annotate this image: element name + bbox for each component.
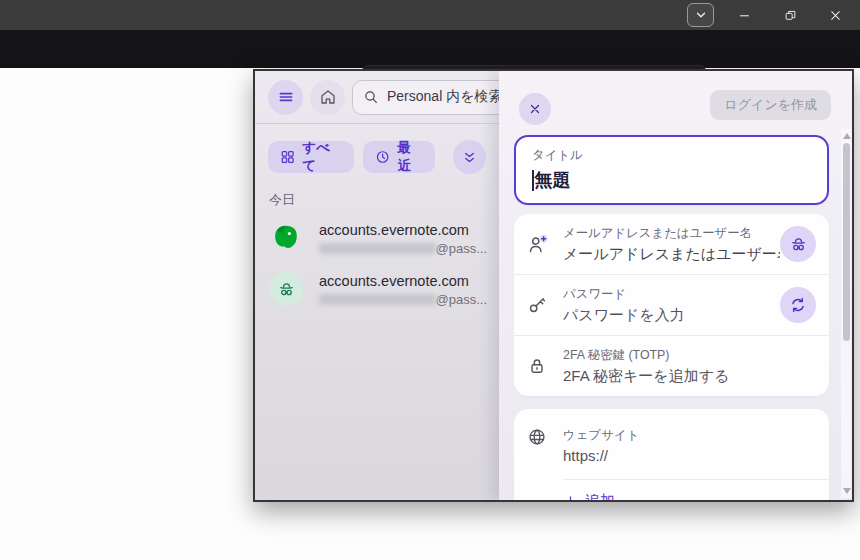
item-title: accounts.evernote.com: [319, 222, 487, 238]
menu-button[interactable]: [268, 80, 303, 115]
item-title: accounts.evernote.com: [319, 273, 487, 289]
sort-button[interactable]: [453, 140, 486, 174]
item-masked-suffix: @pass...: [436, 292, 488, 307]
form-header: ログインを作成: [499, 71, 852, 126]
username-label: メールアドレスまたはユーザー名: [563, 225, 780, 242]
list-header: Personal 内を検索: [255, 71, 499, 123]
alias-icon: [277, 280, 296, 299]
password-label: パスワード: [563, 286, 780, 303]
filter-all-button[interactable]: すべて: [268, 141, 354, 173]
password-placeholder: パスワードを入力: [563, 306, 780, 325]
browser-toolbar: evernote: [0, 30, 860, 68]
screen: evernote: [0, 0, 860, 560]
totp-field[interactable]: 2FA 秘密鍵 (TOTP) 2FA 秘密キーを追加する: [514, 336, 829, 396]
add-website-button[interactable]: 追加: [514, 480, 829, 502]
title-value: 無題: [535, 168, 571, 192]
restore-icon: [784, 9, 797, 22]
key-icon: [527, 295, 547, 315]
refresh-icon: [789, 296, 807, 314]
vault-item-alias[interactable]: accounts.evernote.com @pass...: [255, 264, 499, 315]
website-field[interactable]: ウェブサイト https://: [514, 413, 829, 479]
restore-button[interactable]: [773, 0, 807, 30]
totp-placeholder: 2FA 秘密キーを追加する: [563, 367, 816, 386]
alias-icon: [789, 235, 808, 254]
form-content: タイトル 無題 メールアドレスまたはユーザー名 メールアドレスまたはユーザー名: [514, 135, 829, 502]
redacted-username: [319, 243, 436, 254]
double-chevron-down-icon: [462, 150, 477, 165]
close-form-button[interactable]: [519, 93, 551, 125]
create-alias-button[interactable]: [780, 226, 816, 262]
chevron-down-icon: [694, 8, 708, 22]
filter-recent-label: 最近: [397, 139, 423, 175]
username-placeholder: メールアドレスまたはユーザー名: [563, 245, 780, 264]
redacted-username: [319, 294, 436, 305]
search-placeholder: Personal 内を検索: [387, 88, 499, 106]
lock-icon: [527, 356, 547, 376]
vault-list-panel: Personal 内を検索 すべて 最近 今日: [255, 71, 499, 500]
filter-recent-button[interactable]: 最近: [363, 141, 435, 173]
minimize-button[interactable]: [727, 0, 761, 30]
websites-card: ウェブサイト https:// 追加: [514, 409, 829, 502]
user-plus-icon: [527, 234, 548, 255]
credentials-card: メールアドレスまたはユーザー名 メールアドレスまたはユーザー名: [514, 214, 829, 396]
hamburger-icon: [277, 88, 295, 106]
tab-search-button[interactable]: [687, 3, 714, 27]
create-login-panel: ログインを作成 タイトル 無題 メールア: [499, 71, 852, 500]
window-titlebar: [0, 0, 860, 30]
alias-avatar: [269, 272, 303, 306]
close-icon: [829, 9, 842, 22]
filter-row: すべて 最近: [255, 124, 499, 184]
grid-icon: [280, 149, 295, 165]
search-icon: [363, 89, 379, 105]
title-field[interactable]: タイトル 無題: [514, 135, 829, 205]
totp-label: 2FA 秘密鍵 (TOTP): [563, 347, 816, 364]
generate-password-button[interactable]: [780, 287, 816, 323]
filter-all-label: すべて: [302, 139, 342, 175]
username-field[interactable]: メールアドレスまたはユーザー名 メールアドレスまたはユーザー名: [514, 214, 829, 274]
scrollbar-down-arrow[interactable]: [843, 488, 851, 494]
x-icon: [528, 102, 542, 116]
plus-icon: [563, 494, 578, 502]
section-today-label: 今日: [255, 184, 499, 213]
minimize-icon: [738, 9, 751, 22]
globe-icon: [527, 427, 547, 447]
website-label: ウェブサイト: [563, 427, 816, 444]
scrollbar-thumb[interactable]: [843, 143, 850, 341]
add-website-label: 追加: [585, 492, 615, 502]
password-field[interactable]: パスワード パスワードを入力: [514, 275, 829, 335]
vault-item-login[interactable]: accounts.evernote.com @pass...: [255, 213, 499, 264]
home-button[interactable]: [310, 80, 345, 115]
create-login-button[interactable]: ログインを作成: [710, 90, 831, 120]
form-scrollbar[interactable]: [841, 129, 851, 498]
scrollbar-up-arrow[interactable]: [843, 133, 851, 139]
clock-icon: [375, 149, 390, 165]
text-cursor: [532, 170, 534, 191]
website-value: https://: [563, 447, 816, 464]
item-masked-suffix: @pass...: [436, 241, 488, 256]
search-input[interactable]: Personal 内を検索: [352, 80, 499, 115]
proton-pass-popup: Personal 内を検索 すべて 最近 今日: [253, 69, 854, 502]
close-window-button[interactable]: [818, 0, 852, 30]
home-icon: [319, 88, 337, 106]
evernote-logo-icon: [269, 221, 303, 255]
title-label: タイトル: [532, 147, 811, 164]
